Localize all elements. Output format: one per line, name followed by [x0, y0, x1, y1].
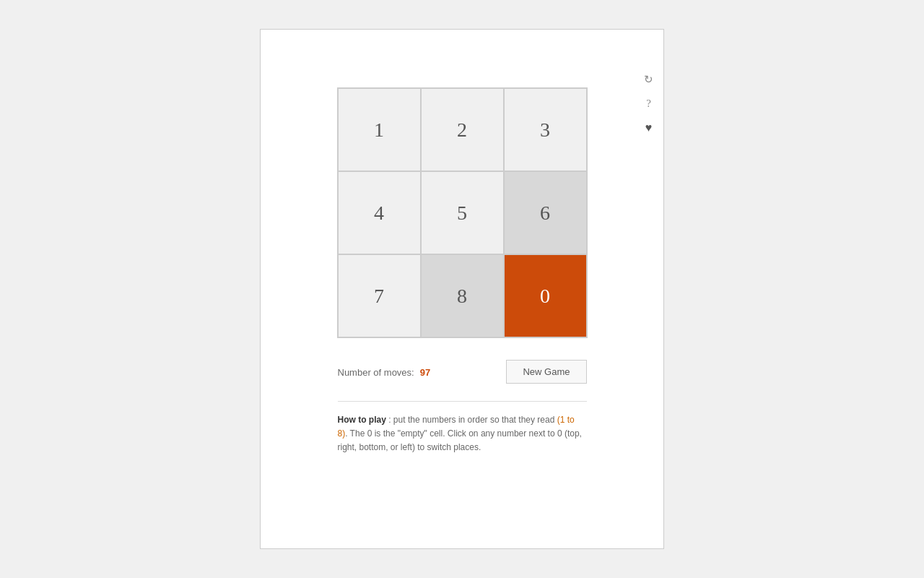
cell-0[interactable]: 0 [504, 254, 587, 337]
cell-7[interactable]: 7 [338, 254, 421, 337]
moves-display: Number of moves: 97 [338, 366, 431, 379]
heart-icon[interactable]: ♥ [645, 121, 653, 134]
how-to-play-title: How to play [338, 415, 386, 425]
main-content: 1 2 3 4 5 6 7 8 0 Number of moves: 97 Ne… [261, 59, 663, 455]
cell-4[interactable]: 4 [338, 171, 421, 254]
how-to-play-separator: : [386, 415, 393, 425]
refresh-icon[interactable]: ↻ [644, 73, 653, 86]
moves-label: Number of moves: [338, 367, 414, 378]
status-row: Number of moves: 97 New Game [338, 360, 587, 384]
new-game-button[interactable]: New Game [506, 360, 586, 384]
cell-2[interactable]: 2 [421, 88, 504, 171]
moves-count: 97 [420, 367, 430, 378]
help-icon[interactable]: ? [646, 98, 651, 110]
how-to-play-text-before: put the numbers in order so that they re… [393, 415, 557, 425]
cell-6[interactable]: 6 [504, 171, 587, 254]
game-window: ↻ ? ♥ 1 2 3 4 5 6 7 8 0 Number of moves:… [260, 29, 664, 549]
cell-5[interactable]: 5 [421, 171, 504, 254]
cell-1[interactable]: 1 [338, 88, 421, 171]
divider [338, 401, 587, 402]
how-to-play: How to play : put the numbers in order s… [338, 413, 587, 455]
sidebar-icons: ↻ ? ♥ [644, 73, 653, 134]
how-to-play-text-after: . The 0 is the "empty" cell. Click on an… [338, 428, 582, 452]
puzzle-grid: 1 2 3 4 5 6 7 8 0 [337, 87, 588, 338]
cell-8[interactable]: 8 [421, 254, 504, 337]
cell-3[interactable]: 3 [504, 88, 587, 171]
